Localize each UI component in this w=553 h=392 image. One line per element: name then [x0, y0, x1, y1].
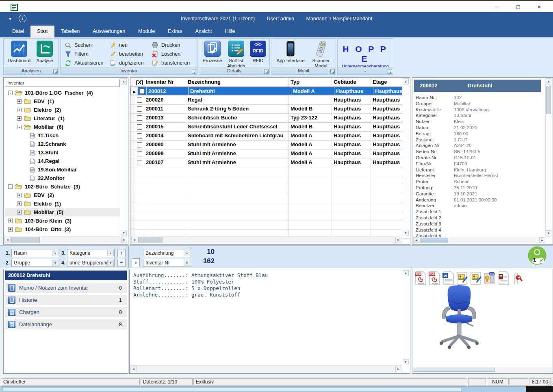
row-checkbox[interactable] — [139, 89, 145, 94]
close-button[interactable]: × — [529, 1, 550, 13]
column-header-etage[interactable]: Etage — [371, 78, 402, 87]
image-edit-file-icon[interactable] — [470, 271, 482, 285]
add-grouping-button[interactable]: + — [117, 249, 126, 257]
tree-item[interactable]: 11.Tisch — [5, 131, 120, 140]
suchen-button[interactable]: Suchen — [65, 41, 91, 49]
checkbox-cell[interactable] — [135, 96, 144, 104]
column-header-bez[interactable]: Bezeichnung — [186, 78, 289, 87]
pdf-file-icon[interactable]: PDFAdobe — [414, 271, 427, 285]
expand-sort-button[interactable]: » — [132, 258, 140, 267]
scroll-down-icon[interactable]: ▼ — [121, 230, 127, 236]
row-checkbox[interactable] — [137, 97, 142, 103]
checkbox-cell[interactable] — [135, 141, 144, 149]
tree-expander-icon[interactable]: + — [17, 99, 22, 104]
remove-grouping-button[interactable]: − — [117, 259, 126, 267]
image-edit-file-icon[interactable] — [456, 271, 468, 285]
tree-item[interactable]: 12.Schrank — [5, 140, 120, 148]
table-row[interactable]: ▶200012DrehstuhlModell AHaupthausHauptha… — [130, 87, 405, 95]
checkbox-cell[interactable] — [135, 123, 144, 131]
scroll-up-icon[interactable]: ▲ — [121, 78, 127, 84]
tree-expander-icon[interactable]: - — [17, 125, 22, 129]
scroll-down-icon[interactable]: ▼ — [546, 230, 551, 236]
filtern-button[interactable]: Filtern — [65, 50, 89, 58]
scroll-down-icon[interactable]: ▼ — [403, 230, 409, 236]
dialog-launcher-icon[interactable] — [192, 69, 196, 74]
checkbox-cell[interactable] — [135, 114, 144, 122]
details-horizontal-scrollbar[interactable]: ◄ ► — [413, 237, 545, 243]
dashboard-button[interactable]: Dashboard — [7, 41, 31, 63]
grouping-select-4[interactable]: ohne Gruppierung▼ — [67, 259, 115, 267]
table-row[interactable]: 200014Sideboard mit Schiebetüren Lichtgr… — [130, 132, 410, 141]
scrollbar-thumb[interactable] — [546, 86, 551, 114]
pdf-file-icon[interactable]: PDFAdobe — [428, 271, 440, 285]
tree-item[interactable]: +104-Büro Otto (3) — [5, 225, 120, 234]
scrollbar-thumb[interactable] — [138, 237, 163, 243]
subpanel-item[interactable]: Dateianhänge8 — [5, 319, 127, 329]
dialog-launcher-icon[interactable] — [330, 69, 335, 74]
löschen-button[interactable]: Löschen — [152, 50, 180, 58]
menu-tab-start[interactable]: Start — [30, 26, 54, 37]
rfid-button[interactable]: RFID RFID — [249, 41, 267, 63]
scrollbar-thumb[interactable] — [420, 238, 448, 243]
scroll-left-icon[interactable]: ◄ — [130, 366, 137, 372]
menu-tab-hilfe[interactable]: Hilfe — [219, 26, 242, 37]
grouping-select-1[interactable]: Raum▼ — [11, 249, 59, 257]
certificate-file-icon[interactable]: x11 — [484, 271, 496, 285]
tree-expander-icon[interactable]: + — [17, 193, 22, 197]
scroll-left-icon[interactable]: ◄ — [4, 237, 11, 243]
tree-item[interactable]: +Elektro (1) — [5, 199, 120, 208]
chevron-down-icon[interactable]: ▼ — [52, 260, 59, 266]
tree-item[interactable]: -101-Büro 1.OG Fischer (4) — [5, 89, 120, 97]
tree-item[interactable]: 19.Son.Mobiliar — [5, 165, 120, 174]
table-row[interactable]: 200107Stuhl mit ArmlehneModell AHaupthau… — [130, 158, 410, 167]
tree-item[interactable]: +Literatur (1) — [5, 114, 120, 123]
scroll-up-icon[interactable]: ▲ — [403, 270, 409, 276]
chevron-down-icon[interactable]: ▼ — [107, 250, 114, 256]
table-row[interactable]: 200099Stuhl mit ArmlehneModell AHaupthau… — [130, 149, 410, 158]
menu-tab-datei[interactable]: Datei — [6, 26, 30, 37]
tree-item[interactable]: 22.Monitor — [5, 174, 120, 182]
tree-item[interactable]: +105-Büro Meyer (4) — [5, 234, 120, 234]
report-file-icon[interactable] — [497, 271, 510, 285]
tree-expander-icon[interactable]: - — [8, 184, 13, 189]
maximize-button[interactable]: □ — [507, 1, 529, 13]
column-header-geb[interactable]: Gebäude — [332, 78, 371, 87]
sort-select-2[interactable]: Inventar-Nr▼ — [143, 259, 191, 267]
tree-expander-icon[interactable]: + — [17, 201, 22, 206]
menu-tab-module[interactable]: Module — [132, 26, 161, 37]
table-row[interactable]: 200015Schreibtischstuhl Leder Chefsessel… — [130, 123, 410, 132]
checkbox-cell[interactable] — [135, 132, 144, 140]
neu-button[interactable]: neu — [109, 41, 128, 49]
row-checkbox[interactable] — [137, 151, 142, 156]
scroll-up-icon[interactable]: ▲ — [546, 78, 551, 84]
files-horizontal-scrollbar[interactable] — [413, 367, 552, 373]
column-header-typ[interactable]: Typ — [289, 78, 332, 87]
checkbox-cell[interactable] — [135, 158, 144, 167]
resize-grip[interactable] — [547, 381, 553, 386]
bottom-scroll-strip[interactable] — [0, 386, 553, 392]
row-checkbox[interactable] — [137, 106, 142, 112]
tree-expander-icon[interactable]: + — [17, 108, 22, 112]
prozesse-button[interactable]: Prozesse — [201, 41, 223, 63]
checkbox-cell[interactable] — [135, 105, 144, 113]
row-checkbox[interactable] — [137, 142, 142, 147]
minimize-button[interactable]: − — [486, 1, 507, 13]
word-file-icon[interactable]: W — [442, 271, 454, 285]
checkbox-cell[interactable] — [138, 87, 147, 95]
tree-item[interactable]: +EDV (2) — [5, 191, 120, 199]
subpanel-item[interactable]: Chargen0 — [5, 307, 127, 317]
scroll-down-icon[interactable]: ▼ — [403, 359, 409, 365]
table-horizontal-scrollbar[interactable]: ◄ ► — [131, 236, 401, 243]
grouping-select-3[interactable]: Kategorie▼ — [67, 249, 115, 257]
scroll-right-icon[interactable]: ► — [539, 237, 545, 243]
bearbeiten-button[interactable]: bearbeiten — [109, 50, 143, 58]
row-checkbox[interactable] — [137, 133, 142, 139]
tree-horizontal-scrollbar[interactable]: ◄ ► — [4, 236, 127, 243]
scrollbar-thumb[interactable] — [2, 388, 462, 392]
memo-vertical-scrollbar[interactable]: ▲ ▼ — [402, 270, 409, 365]
tree-item[interactable]: -102-Büro Schulze (3) — [5, 182, 120, 191]
chevron-down-icon[interactable]: ▼ — [52, 250, 59, 256]
dialog-launcher-icon[interactable] — [264, 69, 269, 74]
grouping-select-2[interactable]: Gruppe▼ — [11, 259, 59, 267]
tree-item[interactable]: +103-Büro Klein (3) — [5, 217, 120, 225]
